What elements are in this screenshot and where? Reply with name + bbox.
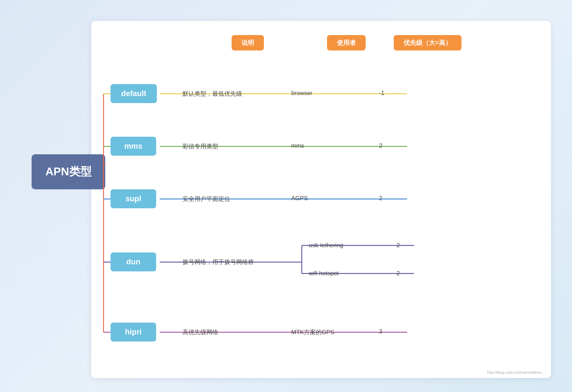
user-hipri: MTK方案的GPS (291, 328, 334, 336)
header-shiyongzhe: 使用者 (327, 35, 366, 50)
desc-dun: 拨号网络，用于拨号网络桥 (182, 258, 254, 266)
desc-mms: 彩信专用类型 (182, 142, 218, 150)
priority-default: -1 (379, 90, 384, 97)
priority-supl: 2 (379, 195, 382, 202)
header-shuoming: 说明 (232, 35, 264, 50)
main-container: 说明 使用者 优先级（大=高） APN类型 default默认类型，最低优先级b… (21, 21, 551, 378)
priority-mms: 2 (379, 142, 382, 149)
type-node-supl: supl (111, 189, 156, 208)
type-node-default: default (111, 84, 157, 103)
user-dun-1: wifi hotspot (309, 270, 339, 277)
user-dun-0: usb tethering (309, 242, 343, 249)
priority-hipri: 3 (379, 328, 382, 335)
desc-hipri: 高优先级网络 (182, 328, 218, 336)
type-node-hipri: hipri (111, 323, 156, 342)
header-row: 说明 使用者 优先级（大=高） (232, 35, 530, 50)
watermark: http://blog.csdn.net/marshallma... (487, 370, 544, 374)
header-youxianji: 优先级（大=高） (394, 35, 461, 50)
user-default: browser (291, 90, 312, 97)
card (91, 21, 551, 378)
user-mms: mms (291, 142, 304, 149)
desc-supl: 安全用户平面定位 (182, 195, 230, 203)
priority-dun-1: 2 (397, 270, 400, 277)
type-node-dun: dun (111, 252, 156, 271)
priority-dun-0: 2 (397, 242, 400, 249)
type-node-mms: mms (111, 137, 156, 156)
desc-default: 默认类型，最低优先级 (182, 90, 242, 98)
apn-type-box: APN类型 (32, 154, 105, 189)
user-supl: AGPS (291, 195, 308, 202)
